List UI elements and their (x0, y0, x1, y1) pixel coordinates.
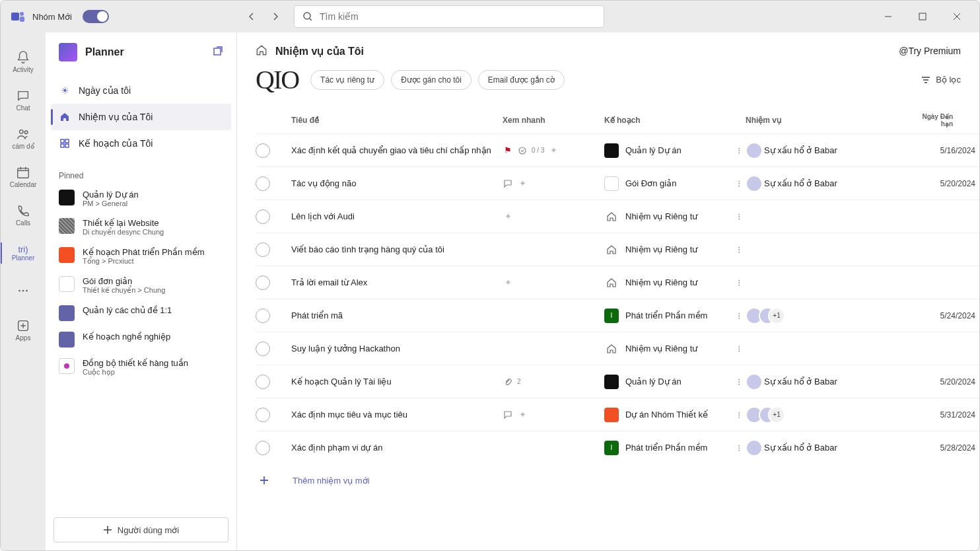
col-quick[interactable]: Xem nhanh (503, 116, 604, 125)
sidebar-pinned-item[interactable]: Thiết kế lại WebsiteDi chuyển desync Chu… (46, 213, 236, 242)
task-plan[interactable]: IPhát triển Phần mềm⁝ (604, 309, 746, 323)
task-assignees[interactable]: Sự xấu hổ ở Babar (746, 142, 913, 159)
complete-checkbox[interactable] (256, 209, 270, 224)
task-plan[interactable]: Gói Đơn giản⁝ (604, 176, 746, 191)
task-row[interactable]: Trả lời email từ Alex✦Nhiệm vụ Riêng tư⁝ (256, 266, 979, 299)
window-minimize-button[interactable] (874, 6, 903, 27)
task-assignees[interactable]: Sự xấu hổ ở Babar (746, 175, 913, 192)
task-row[interactable]: Lên lịch với Audi✦Nhiệm vụ Riêng tư⁝ (256, 200, 979, 233)
search-box[interactable] (294, 5, 604, 28)
complete-checkbox[interactable] (256, 375, 270, 389)
rail-calendar[interactable]: Calendar (5, 158, 42, 195)
col-plan[interactable]: Kế hoạch (604, 116, 746, 125)
filter-pill-assigned[interactable]: Được gán cho tôi (391, 70, 472, 90)
task-plan[interactable]: Nhiệm vụ Riêng tư⁝ (604, 242, 746, 257)
plan-menu[interactable]: ⁝ (732, 443, 746, 453)
try-premium-link[interactable]: @Try Premium (899, 46, 961, 56)
plan-icon (604, 375, 619, 389)
nav-back-button[interactable] (241, 6, 262, 27)
preview-toggle[interactable] (83, 10, 109, 23)
task-assignees[interactable]: +1 (746, 307, 913, 324)
plan-menu[interactable]: ⁝ (732, 410, 746, 420)
rail-activity[interactable]: Activity (5, 43, 42, 80)
window-maximize-button[interactable] (908, 6, 937, 27)
new-plan-button[interactable]: Người dùng mới (53, 517, 228, 542)
plan-icon (604, 408, 619, 422)
complete-checkbox[interactable] (256, 408, 270, 422)
complete-checkbox[interactable] (256, 176, 270, 191)
task-plan[interactable]: Nhiệm vụ Riêng tư⁝ (604, 342, 746, 356)
plan-menu[interactable]: ⁝ (732, 244, 746, 255)
task-due: 5/20/2024 (913, 377, 979, 386)
sidebar-pinned-item[interactable]: Quản lý các chủ đề 1:1 (46, 300, 236, 326)
plan-menu[interactable]: ⁝ (732, 145, 746, 156)
task-title: Trả lời email từ Alex (291, 277, 503, 287)
complete-checkbox[interactable] (256, 242, 270, 257)
task-row[interactable]: Tác vụ động não✦Gói Đơn giản⁝Sự xấu hổ ở… (256, 166, 979, 200)
nav-forward-button[interactable] (265, 6, 286, 27)
pinned-subtitle: Cuộc họp (83, 368, 188, 377)
search-input[interactable] (320, 11, 596, 22)
task-row[interactable]: Xác định mục tiêu và mục tiêu✦Dự án Nhóm… (256, 398, 979, 431)
plan-menu[interactable]: ⁝ (732, 344, 746, 354)
pinned-title: Đồng bộ thiết kế hàng tuần (83, 358, 188, 368)
task-row[interactable]: Phát triển mãIPhát triển Phần mềm⁝+15/24… (256, 299, 979, 332)
plan-menu[interactable]: ⁝ (732, 311, 746, 321)
col-due[interactable]: Ngày Đến hạn (913, 113, 953, 128)
assignee-name: Sự xấu hổ ở Babar (764, 178, 837, 188)
popout-icon[interactable] (213, 46, 223, 59)
task-assignees[interactable]: +1 (746, 406, 913, 423)
task-assignees[interactable]: Sự xấu hổ ở Babar (746, 439, 913, 457)
complete-checkbox[interactable] (256, 309, 270, 323)
window-close-button[interactable] (942, 6, 971, 27)
sidebar-pinned-item[interactable]: Kế hoạch Phát triển Phần mềmTổng > Prcxi… (46, 242, 236, 271)
plan-menu[interactable]: ⁝ (732, 377, 746, 387)
rail-planner[interactable]: tri)Planner (5, 235, 42, 272)
complete-checkbox[interactable] (256, 143, 270, 158)
sidebar-pinned-item[interactable]: Kế hoạch nghề nghiệp (46, 326, 236, 353)
filter-button[interactable]: Bộ lọc (921, 75, 961, 85)
plan-menu[interactable]: ⁝ (732, 277, 746, 288)
col-title[interactable]: Tiêu đề (291, 116, 503, 125)
plan-menu[interactable]: ⁝ (732, 178, 746, 189)
complete-checkbox[interactable] (256, 276, 270, 290)
task-plan[interactable]: IPhát triển Phần mềm⁝ (604, 441, 746, 455)
sidebar-item-mytasks[interactable]: Nhiệm vụ của Tôi (51, 104, 231, 130)
rail-calls[interactable]: Calls (5, 196, 42, 233)
sidebar-pinned-item[interactable]: Gói đơn giảnThiết kế chuyển > Chung (46, 271, 236, 300)
quick-look: ✦ (503, 410, 604, 420)
task-assignees[interactable]: Sự xấu hổ ở Babar (746, 373, 913, 390)
filter-pill-flagged[interactable]: Email được gắn cờ (478, 70, 565, 90)
task-row[interactable]: Suy luận ý tưởng HackathonNhiệm vụ Riêng… (256, 332, 979, 365)
task-title: Xác định mục tiêu và mục tiêu (291, 410, 503, 420)
task-plan[interactable]: Nhiệm vụ Riêng tư⁝ (604, 276, 746, 290)
rail-more[interactable] (5, 273, 42, 310)
task-row[interactable]: Xác định phạm vi dự ánIPhát triển Phần m… (256, 431, 979, 464)
more-assignees: +1 (768, 307, 785, 324)
task-row[interactable]: Viết báo cáo tình trạng hàng quý của tôi… (256, 233, 979, 266)
plan-icon (59, 358, 75, 374)
teams-logo-icon (9, 7, 27, 26)
plan-menu[interactable]: ⁝ (732, 211, 746, 222)
sidebar-pinned-item[interactable]: Đồng bộ thiết kế hàng tuầnCuộc họp (46, 353, 236, 382)
filter-pill-private[interactable]: Tác vụ riêng tư (310, 70, 384, 90)
task-plan[interactable]: Quản lý Dự án⁝ (604, 375, 746, 389)
rail-apps[interactable]: Apps (5, 311, 42, 348)
complete-checkbox[interactable] (256, 441, 270, 455)
task-row[interactable]: Xác định kết quả chuyển giao và tiêu chí… (256, 133, 979, 166)
plan-icon (59, 218, 75, 234)
sidebar-item-myplans[interactable]: Kế hoạch của Tôi (51, 130, 231, 157)
rail-teams[interactable]: cám dổ (5, 120, 42, 157)
task-plan[interactable]: Nhiệm vụ Riêng tư⁝ (604, 209, 746, 224)
rail-chat[interactable]: Chat (5, 81, 42, 118)
task-plan[interactable]: Quản lý Dự án⁝ (604, 143, 746, 158)
planner-app-icon (59, 43, 77, 61)
task-row[interactable]: Kế hoạch Quản lý Tài liệu2Quản lý Dự án⁝… (256, 365, 979, 398)
col-assign[interactable]: Nhiệm vụ (746, 116, 913, 125)
sidebar-pinned-item[interactable]: Quản lý Dự ánPM > General (46, 184, 236, 213)
complete-checkbox[interactable] (256, 342, 270, 356)
sidebar-item-myday[interactable]: ☀Ngày của tôi (51, 77, 231, 104)
search-icon (302, 11, 313, 22)
task-plan[interactable]: Dự án Nhóm Thiết kế⁝ (604, 408, 746, 422)
add-task-row[interactable]: Thêm nhiệm vụ mới (256, 464, 979, 497)
